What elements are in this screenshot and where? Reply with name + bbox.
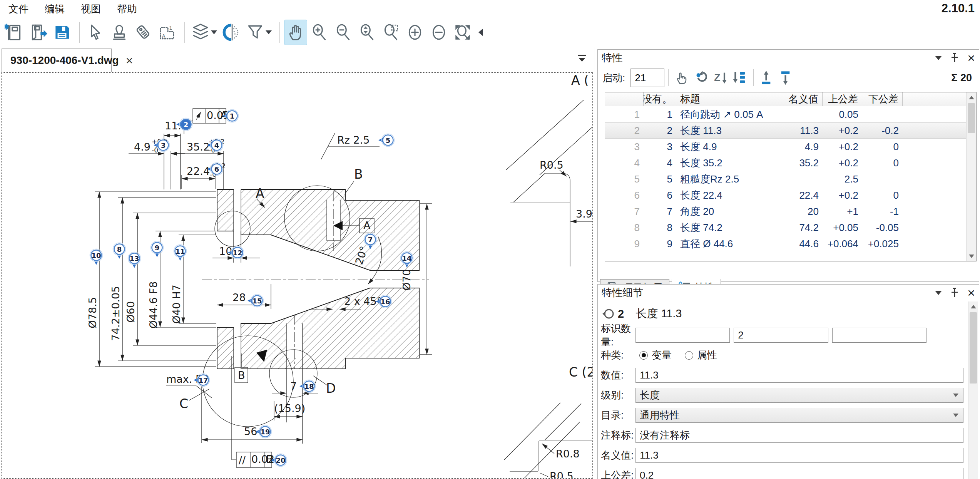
table-row[interactable]: 55粗糙度Rz 2.52.5 (605, 171, 966, 187)
table-row[interactable]: 66长度 22.422.4+0.20 (605, 187, 966, 203)
new-document-button[interactable] (3, 20, 25, 45)
table-row[interactable]: 44长度 35.235.2+0.20 (605, 155, 966, 171)
svg-text:13: 13 (129, 255, 139, 263)
balloon-5[interactable]: 5 (378, 134, 395, 147)
save-button[interactable] (51, 20, 73, 45)
cursor-icon (86, 23, 105, 42)
filter-button[interactable] (244, 20, 273, 45)
table-row[interactable]: 88长度 74.274.2+0.05-0.05 (605, 219, 966, 236)
panel-pin-icon[interactable] (950, 53, 959, 63)
panel-close-icon[interactable]: × (967, 51, 975, 64)
move-to-bottom-icon[interactable] (779, 70, 794, 85)
increase-button[interactable] (404, 20, 426, 45)
zoom-vertical-button[interactable] (356, 20, 378, 45)
tag-icon (134, 23, 153, 42)
open-document-button[interactable] (27, 20, 49, 45)
tag-button[interactable] (132, 20, 154, 45)
col-upper[interactable]: 上公差 (823, 92, 862, 106)
field-class: 级别: 长度 (601, 388, 963, 403)
balloon-9[interactable]: 9 (151, 241, 164, 258)
layers-dropdown-arrow[interactable] (211, 30, 217, 34)
upper-tolerance-input[interactable]: 0.2 (635, 468, 963, 479)
class-select[interactable]: 长度 (635, 388, 963, 403)
sigma-count: Σ 20 (951, 72, 974, 84)
balloon-11[interactable]: 11 (174, 245, 187, 261)
col-nominal[interactable]: 名义值 (777, 92, 823, 106)
select-cursor-button[interactable] (84, 20, 107, 45)
catalog-select[interactable]: 通用特性 (635, 408, 963, 423)
col-title[interactable]: 标题 (676, 92, 777, 106)
table-row[interactable]: 11径向跳动 ↗ 0.05 A0.05 (605, 106, 966, 122)
radio-variable[interactable]: 变量 (639, 348, 672, 362)
panel-collapse-icon[interactable] (935, 56, 942, 60)
rotate-icon[interactable] (694, 70, 709, 85)
details-scrollbar[interactable] (968, 301, 978, 479)
zoom-window-button[interactable] (380, 20, 402, 45)
svg-text:A: A (363, 219, 371, 231)
radio-attribute[interactable]: 属性 (685, 348, 717, 362)
toolbar: A 1 (0, 18, 980, 47)
table-row[interactable]: 22长度 11.311.3+0.2-0.2 (605, 122, 966, 139)
svg-text:7: 7 (368, 236, 373, 244)
scrollbar-thumb[interactable] (970, 312, 977, 384)
chevron-down-icon (953, 394, 958, 397)
stamp-button[interactable] (108, 20, 130, 45)
menu-view[interactable]: 视图 (79, 2, 103, 17)
filter-icon (246, 23, 265, 42)
menu-file[interactable]: 文件 (6, 2, 31, 17)
zoom-fit-button[interactable] (452, 20, 474, 45)
scrollbar-thumb[interactable] (968, 103, 975, 133)
menu-edit[interactable]: 编辑 (42, 2, 67, 17)
zoom-out-button[interactable] (332, 20, 355, 45)
nominal-input[interactable]: 11.3 (635, 448, 963, 463)
table-row[interactable]: 33长度 4.94.9+0.20 (605, 139, 966, 155)
ocr-region-button[interactable]: A 1 (156, 20, 178, 45)
balloon-13[interactable]: 13 (128, 252, 141, 268)
stimulus-input[interactable] (630, 69, 664, 87)
zoom-in-button[interactable] (308, 20, 331, 45)
svg-text:5: 5 (386, 136, 391, 144)
tab-overflow-icon[interactable] (577, 54, 587, 63)
balloon-18[interactable]: 18 (299, 380, 316, 393)
id-count-input-2[interactable]: 2 (734, 328, 828, 343)
svg-text:11: 11 (175, 247, 185, 255)
sort-z-icon[interactable]: Z (713, 70, 728, 85)
layers-button[interactable] (189, 20, 219, 45)
tab-close-icon[interactable]: × (124, 54, 135, 67)
value-input[interactable]: 11.3 (635, 368, 963, 383)
svg-text:18: 18 (304, 382, 314, 390)
drawing-canvas[interactable]: 11.3 4.9 +0.2 -0 35.2 +0.2 -0 22.4 +0.2 … (1, 72, 593, 479)
mirror-compare-button[interactable] (220, 20, 242, 45)
balloon-8[interactable]: 8 (113, 243, 126, 259)
table-scrollbar[interactable] (966, 92, 976, 261)
annotation-balloons[interactable]: 1234567891011121314151617181920 (90, 110, 413, 467)
balloon-10[interactable]: 10 (90, 249, 103, 265)
document-tab[interactable]: 930-1200-406-V1.dwg × (2, 49, 112, 72)
pick-hand-icon[interactable] (674, 70, 690, 85)
table-row[interactable]: 99直径 Ø 44.644.6+0.064+0.025 (605, 236, 966, 252)
zoom-vertical-icon (358, 23, 377, 42)
scroll-down-arrow[interactable] (967, 251, 976, 261)
scroll-up-arrow[interactable] (967, 92, 976, 102)
balloon-19[interactable]: 19 (256, 425, 272, 438)
svg-text:Ø78.5: Ø78.5 (87, 297, 99, 328)
move-to-top-icon[interactable] (759, 70, 775, 85)
characteristics-table: 没有。 标题 名义值 上公差 下公差 11径向跳动 ↗ 0.05 A0.0522… (605, 92, 977, 261)
table-row[interactable]: 77角度 2020+1-1 (605, 203, 966, 219)
annotation-input[interactable]: 没有注释标 (635, 428, 963, 443)
toolbar-collapse-arrow[interactable] (478, 28, 483, 36)
svg-text:10: 10 (91, 251, 101, 260)
scroll-up-arrow[interactable] (968, 301, 978, 312)
panel-close-icon[interactable]: × (967, 286, 975, 299)
menu-help[interactable]: 帮助 (115, 2, 139, 17)
id-count-input-1[interactable] (635, 328, 730, 343)
panel-collapse-icon[interactable] (935, 291, 942, 295)
pan-hand-button[interactable] (284, 20, 307, 45)
decrease-button[interactable] (428, 20, 450, 45)
filter-dropdown-arrow[interactable] (266, 30, 272, 34)
panel-pin-icon[interactable] (950, 288, 959, 298)
col-no[interactable]: 没有。 (644, 92, 676, 106)
col-lower[interactable]: 下公差 (862, 92, 903, 106)
list-order-icon[interactable] (732, 70, 748, 85)
id-count-input-3[interactable] (832, 328, 926, 343)
